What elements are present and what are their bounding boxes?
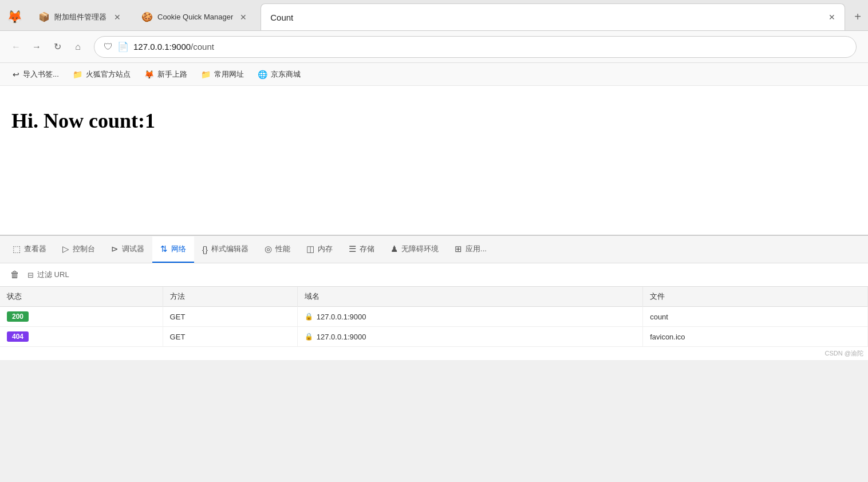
devtools-tab-debugger[interactable]: ⊳ 调试器 <box>103 236 152 263</box>
tab-addon-title: 附加组件管理器 <box>54 12 107 22</box>
tab-cookie-close[interactable]: ✕ <box>238 11 249 23</box>
home-button[interactable]: ⌂ <box>69 38 87 56</box>
debugger-icon: ⊳ <box>111 244 119 254</box>
network-table: 状态 方法 域名 文件 200GET🔒127.0.0.1:9000count40… <box>0 287 868 347</box>
style-icon: {} <box>202 244 208 254</box>
devtools-tab-app[interactable]: ⊞ 应用... <box>447 236 495 263</box>
bookmark-common-label: 常用网址 <box>214 69 244 80</box>
address-bar-url: 127.0.0.1:9000/count <box>133 42 847 52</box>
row-domain: 🔒127.0.0.1:9000 <box>297 307 642 327</box>
filter-url-input[interactable]: ⊟ 过滤 URL <box>27 270 69 280</box>
devtools-tab-memory-label: 内存 <box>318 244 333 254</box>
devtools-tab-inspector[interactable]: ⬚ 查看器 <box>5 236 54 263</box>
row-domain: 🔒127.0.0.1:9000 <box>297 327 642 347</box>
trash-icon: 🗑 <box>10 270 19 280</box>
tab-addon-icon: 📦 <box>38 11 50 22</box>
inspector-icon: ⬚ <box>13 244 21 254</box>
col-file: 文件 <box>643 287 868 307</box>
devtools-tab-network-label: 网络 <box>171 244 186 254</box>
col-status: 状态 <box>0 287 163 307</box>
bookmark-start[interactable]: 🦊 新手上路 <box>139 67 193 82</box>
devtools-tab-accessibility[interactable]: ♟ 无障碍环境 <box>382 236 447 263</box>
accessibility-icon: ♟ <box>390 244 398 254</box>
storage-icon: ☰ <box>349 244 356 254</box>
devtools-tab-storage[interactable]: ☰ 存储 <box>341 236 382 263</box>
new-tab-button[interactable]: + <box>847 3 868 30</box>
devtools: ⬚ 查看器 ▷ 控制台 ⊳ 调试器 ⇅ 网络 {} 样式编辑器 ◎ 性能 ◫ 内… <box>0 235 868 347</box>
lock-icon: 🔒 <box>305 333 313 341</box>
bookmark-start-label: 新手上路 <box>157 69 187 80</box>
tab-count[interactable]: Count ✕ <box>261 3 845 30</box>
devtools-tab-style-label: 样式编辑器 <box>211 244 248 254</box>
page-content: Hi. Now count:1 <box>0 86 868 235</box>
status-badge: 200 <box>7 311 29 322</box>
watermark: CSDN @渝陀 <box>0 347 868 360</box>
tab-addon-close[interactable]: ✕ <box>112 11 123 23</box>
tab-cookie-manager[interactable]: 🍪 Cookie Quick Manager ✕ <box>132 3 258 30</box>
page-heading: Hi. Now count:1 <box>11 109 857 133</box>
shield-icon: 🛡 <box>104 42 113 52</box>
performance-icon: ◎ <box>265 244 272 254</box>
bookmark-import[interactable]: ↩ 导入书签... <box>7 67 65 82</box>
address-bar[interactable]: 🛡 📄 127.0.0.1:9000/count <box>94 36 857 58</box>
tab-addon-manager[interactable]: 📦 附加组件管理器 ✕ <box>29 3 132 30</box>
address-path: /count <box>191 42 214 52</box>
devtools-toolbar: 🗑 ⊟ 过滤 URL <box>0 263 868 287</box>
row-file: count <box>643 307 868 327</box>
back-icon: ← <box>11 42 21 52</box>
forward-button[interactable]: → <box>27 38 46 56</box>
row-method: GET <box>163 327 297 347</box>
console-icon: ▷ <box>62 244 69 254</box>
devtools-tab-inspector-label: 查看器 <box>24 244 46 254</box>
row-status: 200 <box>0 307 163 327</box>
clear-button[interactable]: 🗑 <box>7 267 23 283</box>
page-icon: 📄 <box>117 41 129 52</box>
filter-icon: ⊟ <box>27 271 34 279</box>
bookmark-common-icon: 📁 <box>201 70 211 79</box>
col-method: 方法 <box>163 287 297 307</box>
devtools-tab-style[interactable]: {} 样式编辑器 <box>194 236 257 263</box>
devtools-tab-performance-label: 性能 <box>275 244 290 254</box>
nav-bar: ← → ↻ ⌂ 🛡 📄 127.0.0.1:9000/count <box>0 31 868 63</box>
bookmarks-bar: ↩ 导入书签... 📁 火狐官方站点 🦊 新手上路 📁 常用网址 🌐 京东商城 <box>0 63 868 86</box>
row-method: GET <box>163 307 297 327</box>
bookmark-jd-label: 京东商城 <box>271 69 301 80</box>
watermark-text: CSDN @渝陀 <box>825 350 863 357</box>
refresh-icon: ↻ <box>54 41 61 52</box>
devtools-tab-storage-label: 存储 <box>360 244 374 254</box>
row-status: 404 <box>0 327 163 347</box>
devtools-tab-network[interactable]: ⇅ 网络 <box>152 236 194 263</box>
address-bar-security-icons: 🛡 📄 <box>104 41 129 52</box>
tab-count-title: Count <box>270 13 824 22</box>
bookmark-common[interactable]: 📁 常用网址 <box>195 67 250 82</box>
filter-url-label: 过滤 URL <box>37 270 69 280</box>
tab-count-close[interactable]: ✕ <box>828 13 835 22</box>
devtools-tab-memory[interactable]: ◫ 内存 <box>298 236 341 263</box>
devtools-tab-performance[interactable]: ◎ 性能 <box>257 236 298 263</box>
network-icon: ⇅ <box>160 244 168 254</box>
address-domain: 127.0.0.1:9000 <box>133 42 191 52</box>
table-row[interactable]: 404GET🔒127.0.0.1:9000favicon.ico <box>0 327 868 347</box>
table-row[interactable]: 200GET🔒127.0.0.1:9000count <box>0 307 868 327</box>
bookmark-jd[interactable]: 🌐 京东商城 <box>252 67 306 82</box>
bookmark-firefox[interactable]: 📁 火狐官方站点 <box>67 67 136 82</box>
bookmark-import-label: 导入书签... <box>23 69 59 80</box>
back-button[interactable]: ← <box>7 38 25 56</box>
home-icon: ⌂ <box>75 42 81 52</box>
network-table-header: 状态 方法 域名 文件 <box>0 287 868 307</box>
bookmark-firefox-label: 火狐官方站点 <box>86 69 131 80</box>
lock-icon: 🔒 <box>305 313 313 321</box>
devtools-tab-console[interactable]: ▷ 控制台 <box>54 236 103 263</box>
forward-icon: → <box>32 42 41 52</box>
refresh-button[interactable]: ↻ <box>48 38 66 56</box>
firefox-logo: 🦊 <box>0 3 29 30</box>
app-icon: ⊞ <box>455 244 462 254</box>
memory-icon: ◫ <box>306 244 314 254</box>
col-domain: 域名 <box>297 287 642 307</box>
devtools-tab-debugger-label: 调试器 <box>122 244 144 254</box>
row-file: favicon.ico <box>643 327 868 347</box>
status-badge: 404 <box>7 331 29 342</box>
tab-cookie-title: Cookie Quick Manager <box>157 13 233 21</box>
tab-cookie-icon: 🍪 <box>141 11 153 22</box>
devtools-tab-console-label: 控制台 <box>73 244 95 254</box>
